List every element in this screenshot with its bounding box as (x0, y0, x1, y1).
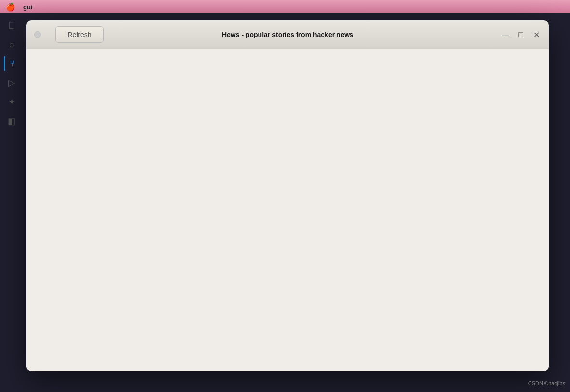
extensions-icon[interactable]: ✦ (4, 94, 19, 110)
window-titlebar: Refresh Hews - popular stories from hack… (26, 20, 549, 49)
source-control-icon[interactable]: ⑂ (4, 56, 19, 71)
close-dot (34, 31, 41, 38)
menu-bar: 🍎 gui (0, 0, 570, 13)
window-title: Hews - popular stories from hacker news (222, 31, 353, 38)
close-button[interactable]: ✕ (531, 30, 541, 39)
app-window: Refresh Hews - popular stories from hack… (26, 20, 549, 371)
apple-icon[interactable]: 🍎 (6, 2, 15, 12)
vscode-sidebar: ⎕ ⌕ ⑂ ▷ ✦ ◧ (0, 13, 23, 392)
run-icon[interactable]: ▷ (4, 75, 19, 90)
maximize-button[interactable]: □ (516, 30, 526, 39)
window-content (26, 49, 549, 371)
search-icon[interactable]: ⌕ (4, 37, 19, 52)
files-icon[interactable]: ⎕ (4, 17, 19, 33)
window-action-buttons: — □ ✕ (501, 30, 541, 39)
csdn-watermark: CSDN ©haojibs (528, 380, 565, 386)
minimize-button[interactable]: — (501, 30, 510, 39)
refresh-button[interactable]: Refresh (55, 26, 104, 43)
app-name[interactable]: gui (23, 3, 33, 11)
layout-icon[interactable]: ◧ (4, 114, 19, 129)
window-controls (34, 31, 41, 38)
